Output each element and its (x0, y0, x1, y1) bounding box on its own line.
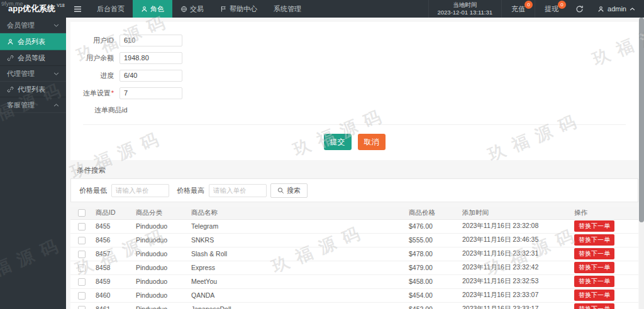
cell-category: Pinduoduo (132, 219, 187, 233)
cancel-button[interactable]: 取消 (358, 134, 386, 150)
local-time: 当地时间 2023-12-01 13:11:31 (428, 0, 502, 18)
app-version: V18 (57, 3, 64, 8)
edit-form-panel: 用户ID 用户余额 进度 连单设置* 连单商品id (70, 22, 638, 160)
topbar-tab-label: 交易 (190, 4, 204, 14)
sidebar-item[interactable]: 客服管理 (0, 97, 66, 113)
form-field-input[interactable] (119, 87, 182, 99)
sidebar-item[interactable]: 会员等级 (0, 50, 66, 66)
cell-category: Pinduoduo (132, 302, 187, 309)
sidebar-item[interactable]: 代理管理 (0, 66, 66, 82)
form-buttons: 提交 取消 (70, 125, 638, 160)
user-icon (7, 38, 14, 45)
cell-category: Pinduoduo (132, 288, 187, 302)
table-row: 8457 Pinduoduo Slash & Roll $478.00 2023… (70, 247, 638, 261)
form-field-row: 用户ID (70, 31, 638, 49)
recharge-button[interactable]: 充值 0 (501, 0, 535, 18)
search-button[interactable]: 搜索 (270, 183, 308, 198)
cell-price: $476.00 (405, 219, 458, 233)
cell-name: Telegram (187, 219, 405, 233)
sidebar-item-label: 客服管理 (7, 100, 35, 110)
replace-next-order-button[interactable]: 替换下一单 (574, 303, 614, 309)
form-field-input[interactable] (119, 52, 182, 64)
row-select-cell (70, 288, 92, 302)
sidebar: 会员管理 会员列表 会员等级 (0, 18, 66, 309)
topbar-tab-label: 角色 (150, 4, 164, 14)
topbar-tab[interactable]: 系统管理 (265, 0, 309, 18)
col-product-id: 商品ID (92, 207, 132, 219)
cell-name: Express (187, 261, 405, 274)
sidebar-item-label: 会员管理 (7, 21, 35, 30)
topbar-tab[interactable]: 角色 (133, 0, 172, 18)
cell-product-id: 8455 (92, 219, 132, 233)
select-all-checkbox[interactable] (78, 209, 86, 217)
scrollbar-thumb[interactable] (639, 18, 644, 222)
local-time-label: 当地时间 (438, 1, 493, 9)
topbar: app优化系统V18 后台首页 角色 (0, 0, 644, 18)
topbar-right: 当地时间 2023-12-01 13:11:31 充值 0 提现 0 admin (428, 0, 644, 18)
withdraw-badge: 0 (558, 1, 566, 9)
replace-next-order-button[interactable]: 替换下一单 (574, 248, 614, 259)
table-row: 8458 Pinduoduo Express $479.00 2023年11月1… (70, 261, 638, 274)
withdraw-label: 提现 (545, 4, 558, 14)
replace-next-order-button[interactable]: 替换下一单 (574, 262, 614, 273)
topbar-tab-label: 后台首页 (97, 4, 125, 14)
cell-time: 2023年11月16日 23:32:53 (458, 274, 570, 288)
search-section-title: 条件搜索 (77, 166, 644, 175)
form-field-input[interactable] (119, 35, 182, 46)
replace-next-order-button[interactable]: 替换下一单 (574, 276, 614, 287)
sidebar-item[interactable]: 代理列表 (0, 82, 66, 97)
cell-name: Slash & Roll (187, 247, 405, 261)
hamburger-menu-icon[interactable] (66, 0, 89, 18)
sidebar-item-label: 会员列表 (18, 37, 45, 46)
form-field-row: 进度 (70, 67, 638, 84)
topbar-tab[interactable]: 交易 (172, 0, 212, 18)
row-select-cell (70, 302, 92, 309)
table-header-row: 商品ID 商品分类 商品名称 商品价格 添加时间 操作 (70, 207, 638, 219)
main-content: 用户ID 用户余额 进度 连单设置* 连单商品id (66, 18, 644, 309)
row-checkbox[interactable] (78, 223, 86, 230)
replace-next-order-button[interactable]: 替换下一单 (574, 290, 614, 301)
form-field-row: 用户余额 (70, 49, 638, 67)
price-max-input[interactable] (209, 184, 267, 197)
user-menu[interactable]: admin (591, 0, 644, 18)
local-time-value: 2023-12-01 13:11:31 (438, 9, 493, 16)
row-select-cell (70, 274, 92, 288)
cell-price: $458.00 (405, 274, 458, 288)
cell-time: 2023年11月16日 23:46:35 (458, 233, 570, 247)
recharge-label: 充值 (511, 4, 525, 14)
row-select-cell (70, 247, 92, 261)
price-max-label: 价格最高 (177, 186, 204, 195)
chevron-up-icon (630, 7, 635, 11)
submit-button[interactable]: 提交 (324, 134, 352, 150)
topbar-tab[interactable]: 后台首页 (89, 0, 133, 18)
price-min-input[interactable] (111, 184, 169, 197)
cell-time: 2023年11月16日 23:33:17 (458, 302, 570, 309)
cell-category: Pinduoduo (132, 233, 187, 247)
cell-time: 2023年11月16日 23:33:07 (458, 288, 570, 302)
replace-next-order-button[interactable]: 替换下一单 (574, 234, 614, 246)
cell-name: QANDA (187, 288, 405, 302)
cell-action: 替换下一单 (570, 219, 638, 233)
row-checkbox[interactable] (78, 264, 86, 272)
username: admin (608, 5, 626, 13)
chevron-up-icon (53, 103, 59, 107)
form-field-input[interactable] (119, 70, 182, 82)
row-checkbox[interactable] (78, 292, 86, 300)
sidebar-item[interactable]: 会员列表 (0, 33, 66, 50)
topbar-tab[interactable]: 帮助中心 (212, 0, 265, 18)
sidebar-item[interactable]: 会员管理 (0, 18, 66, 33)
row-checkbox[interactable] (78, 306, 86, 309)
topbar-tabs: 后台首页 角色 交易 (89, 0, 309, 18)
form-field-label: 用户余额 (70, 53, 119, 63)
cell-price: $479.00 (405, 261, 458, 274)
row-checkbox[interactable] (78, 251, 86, 258)
withdraw-button[interactable]: 提现 0 (535, 0, 568, 18)
refresh-icon[interactable] (568, 0, 591, 18)
cell-product-id: 8457 (92, 247, 132, 261)
app-title: app优化系统 (8, 3, 55, 14)
replace-next-order-button[interactable]: 替换下一单 (574, 220, 614, 232)
row-checkbox[interactable] (78, 278, 86, 286)
row-checkbox[interactable] (78, 237, 86, 244)
cell-action: 替换下一单 (570, 247, 638, 261)
table-row: 8456 Pinduoduo SNKRS $555.00 2023年11月16日… (70, 233, 638, 247)
